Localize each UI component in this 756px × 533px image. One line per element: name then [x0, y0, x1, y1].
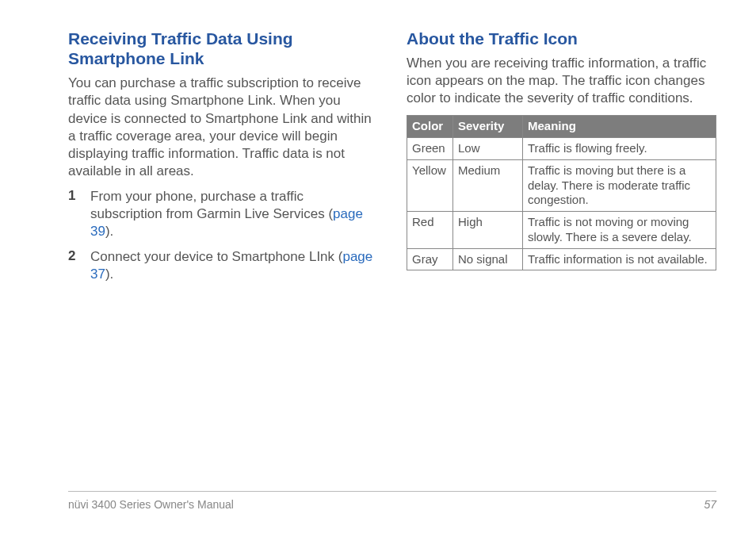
traffic-icon-paragraph: When you are receiving traffic informati…	[407, 55, 716, 107]
table-row: Yellow Medium Traffic is moving but ther…	[407, 159, 716, 211]
table-header-color: Color	[407, 116, 453, 138]
step-number: 2	[68, 248, 90, 264]
step-text-post: ).	[105, 224, 113, 239]
section-heading-traffic-icon: About the Traffic Icon	[407, 29, 716, 48]
table-header-severity: Severity	[453, 116, 523, 138]
step-text-pre: Connect your device to Smartphone LInk (	[90, 249, 342, 264]
table-row: Gray No signal Traffic information is no…	[407, 248, 716, 270]
page-content: Receiving Traffic Data Using Smartphone …	[68, 29, 716, 291]
cell-meaning: Traffic information is not available.	[523, 248, 716, 270]
step-text-pre: From your phone, purchase a traffic subs…	[90, 189, 333, 221]
table-header-row: Color Severity Meaning	[407, 116, 716, 138]
cell-severity: Low	[453, 138, 523, 160]
cell-color: Green	[407, 138, 453, 160]
footer-page-number: 57	[704, 498, 716, 511]
table-header-meaning: Meaning	[523, 116, 716, 138]
cell-meaning: Traffic is flowing freely.	[523, 138, 716, 160]
step-text: From your phone, purchase a traffic subs…	[90, 188, 378, 240]
traffic-color-table: Color Severity Meaning Green Low Traffic…	[407, 115, 716, 270]
step-item: 2 Connect your device to Smartphone LInk…	[68, 248, 378, 283]
left-column: Receiving Traffic Data Using Smartphone …	[68, 29, 378, 291]
footer-manual-title: nüvi 3400 Series Owner's Manual	[68, 498, 234, 511]
step-text: Connect your device to Smartphone LInk (…	[90, 248, 378, 283]
cell-color: Yellow	[407, 159, 453, 211]
cell-meaning: Traffic is moving but there is a delay. …	[523, 159, 716, 211]
right-column: About the Traffic Icon When you are rece…	[407, 29, 716, 291]
table-row: Green Low Traffic is flowing freely.	[407, 138, 716, 160]
step-item: 1 From your phone, purchase a traffic su…	[68, 188, 378, 240]
cell-severity: High	[453, 212, 523, 249]
page-footer: nüvi 3400 Series Owner's Manual 57	[68, 491, 716, 511]
cell-severity: No signal	[453, 248, 523, 270]
cell-color: Gray	[407, 248, 453, 270]
table-row: Red High Traffic is not moving or moving…	[407, 212, 716, 249]
cell-color: Red	[407, 212, 453, 249]
step-text-post: ).	[105, 266, 113, 282]
section-heading-smartphone-link: Receiving Traffic Data Using Smartphone …	[68, 29, 378, 68]
cell-severity: Medium	[453, 159, 523, 211]
cell-meaning: Traffic is not moving or moving slowly. …	[523, 212, 716, 249]
step-list: 1 From your phone, purchase a traffic su…	[68, 188, 378, 283]
smartphone-link-paragraph: You can purchase a traffic subscription …	[68, 75, 378, 180]
step-number: 1	[68, 188, 90, 204]
